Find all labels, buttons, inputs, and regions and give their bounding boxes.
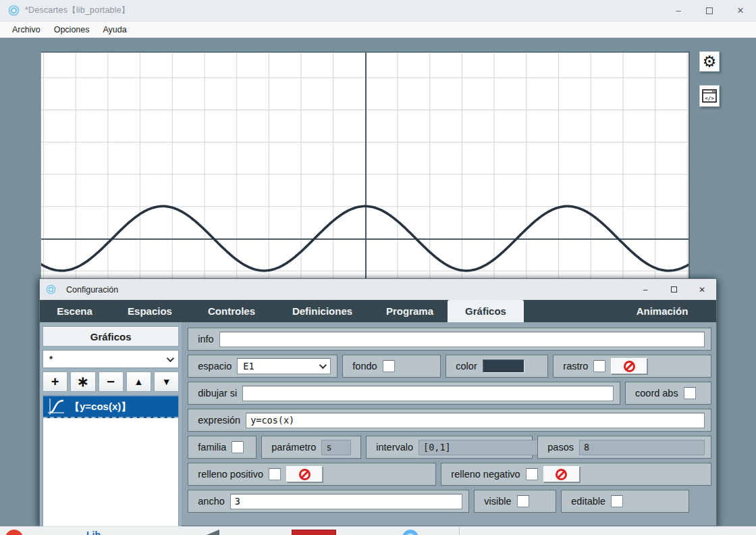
visible-checkbox[interactable] — [517, 495, 529, 507]
menu-opciones[interactable]: Opciones — [47, 22, 97, 37]
parametro-group: parámetro — [261, 436, 361, 459]
relleno-positivo-label: relleno positivo — [198, 469, 263, 480]
pasos-group: pasos — [537, 436, 711, 459]
relleno-negativo-checkbox[interactable] — [526, 468, 538, 480]
prohibition-icon — [299, 469, 310, 480]
dialog-minimize-button[interactable]: – — [631, 279, 659, 300]
graphics-filter-select[interactable]: * — [43, 350, 179, 368]
taskbar-blue-app-icon[interactable] — [402, 530, 418, 535]
info-input[interactable] — [219, 332, 705, 347]
relleno-positivo-clear-button[interactable] — [286, 466, 323, 482]
coord-abs-checkbox[interactable] — [684, 387, 696, 399]
taskbar-gray-app-icon[interactable] — [206, 530, 219, 535]
rastro-label: rastro — [563, 361, 588, 372]
graphic-list-item-selected[interactable]: 【y=cos(x)】 — [43, 396, 178, 418]
relleno-positivo-checkbox[interactable] — [269, 468, 281, 480]
menu-archivo[interactable]: Archivo — [5, 22, 47, 37]
tab-graficos[interactable]: Gráficos — [448, 300, 524, 322]
expresion-input[interactable] — [246, 413, 705, 428]
duplicate-graphic-button[interactable]: ∗ — [70, 372, 95, 392]
intervalo-input[interactable] — [418, 440, 544, 455]
taskbar-lib-icon[interactable]: Lib — [86, 530, 101, 535]
prohibition-icon — [556, 469, 567, 480]
chevron-down-icon — [167, 354, 174, 361]
cosine-curve — [41, 53, 690, 278]
espacio-select[interactable]: E1 — [237, 358, 331, 374]
descartes-logo-icon — [46, 284, 56, 295]
menu-ayuda[interactable]: Ayuda — [97, 22, 134, 37]
visible-label: visible — [484, 496, 511, 507]
color-swatch[interactable] — [483, 359, 524, 373]
pasos-input[interactable] — [579, 440, 705, 455]
editable-checkbox[interactable] — [611, 495, 623, 507]
coord-abs-group: coord abs — [625, 382, 711, 405]
remove-graphic-button[interactable]: − — [99, 372, 124, 392]
ancho-label: ancho — [198, 496, 225, 507]
parametro-input[interactable] — [321, 440, 351, 455]
window-controls: – ✕ — [663, 0, 756, 21]
configuracion-dialog: Configuración – ✕ Escena Espacios Contro… — [39, 278, 717, 526]
pasos-label: pasos — [547, 442, 574, 453]
taskbar-red-banner-icon[interactable] — [292, 530, 336, 535]
rastro-clear-button[interactable] — [611, 358, 647, 374]
intervalo-label: intervalo — [376, 442, 413, 453]
tab-spacer — [524, 300, 608, 322]
ancho-input[interactable] — [230, 494, 462, 509]
dibujar-si-group: dibujar si — [188, 382, 620, 405]
maximize-button[interactable] — [694, 0, 725, 21]
move-up-button[interactable]: ▲ — [126, 372, 151, 392]
tab-escena[interactable]: Escena — [40, 300, 109, 322]
descartes-logo-icon — [8, 5, 20, 16]
add-graphic-button[interactable]: + — [43, 372, 68, 392]
familia-group: familia — [188, 436, 256, 459]
taskbar-separator — [459, 527, 460, 535]
tab-animacion[interactable]: Animación — [608, 300, 716, 322]
fondo-checkbox[interactable] — [383, 360, 395, 372]
window-title: *Descartes【lib_portable】 — [25, 5, 130, 16]
info-label: info — [198, 334, 213, 345]
close-button[interactable]: ✕ — [725, 0, 756, 21]
minimize-button[interactable]: – — [663, 0, 694, 21]
espacio-label: espacio — [198, 361, 232, 372]
intervalo-group: intervalo — [366, 436, 533, 459]
espacio-group: espacio E1 — [188, 355, 338, 378]
rastro-checkbox[interactable] — [593, 360, 605, 372]
dialog-close-button[interactable]: ✕ — [688, 279, 716, 300]
dialog-tab-bar: Escena Espacios Controles Definiciones P… — [40, 300, 716, 322]
svg-text:</>: </> — [705, 95, 714, 101]
move-down-button[interactable]: ▼ — [154, 372, 179, 392]
tab-controles[interactable]: Controles — [190, 300, 273, 322]
info-group: info — [188, 328, 711, 351]
ancho-group: ancho — [188, 490, 469, 513]
visible-group: visible — [474, 490, 556, 513]
taskbar: Lib — [0, 526, 756, 535]
code-window-icon: </> — [702, 89, 717, 103]
filter-value: * — [49, 354, 53, 364]
dialog-titlebar[interactable]: Configuración – ✕ — [40, 279, 716, 300]
dialog-maximize-button[interactable] — [659, 279, 688, 300]
graphic-item-label: 【y=cos(x)】 — [70, 401, 131, 413]
relleno-negativo-clear-button[interactable] — [543, 466, 580, 482]
dibujar-si-input[interactable] — [242, 386, 614, 401]
graphics-list-header[interactable]: Gráficos — [43, 326, 179, 347]
editable-group: editable — [561, 490, 689, 513]
color-group: color — [446, 355, 548, 378]
prohibition-icon — [624, 361, 635, 372]
taskbar-red-app-icon[interactable] — [5, 530, 23, 535]
graphic-properties-form: info espacio E1 fondo — [182, 322, 716, 526]
familia-checkbox[interactable] — [232, 441, 244, 453]
espacio-value: E1 — [243, 361, 254, 372]
color-label: color — [456, 361, 477, 372]
equation-curve-icon — [47, 398, 65, 415]
plot-scene[interactable] — [40, 51, 690, 278]
tab-programa[interactable]: Programa — [372, 300, 448, 322]
dialog-title: Configuración — [66, 285, 118, 295]
tab-definiciones[interactable]: Definiciones — [273, 300, 372, 322]
coord-abs-label: coord abs — [635, 388, 678, 399]
source-code-button[interactable]: </> — [699, 85, 720, 107]
graphics-list: 【y=cos(x)】 — [43, 395, 179, 526]
gear-icon: ⚙ — [703, 53, 717, 71]
settings-gear-button[interactable]: ⚙ — [699, 51, 720, 72]
tab-espacios[interactable]: Espacios — [109, 300, 190, 322]
window-titlebar[interactable]: *Descartes【lib_portable】 – ✕ — [0, 0, 756, 22]
